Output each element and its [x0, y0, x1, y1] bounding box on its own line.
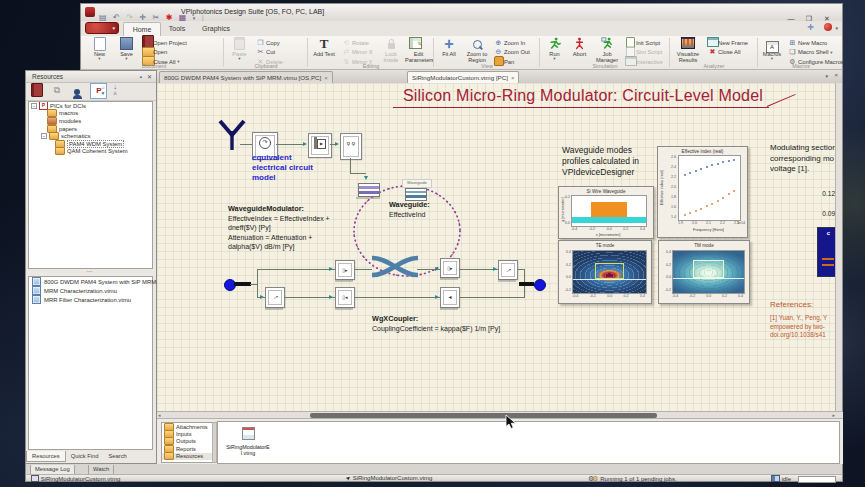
splitter-handle[interactable]: ┄┄: [28, 269, 151, 274]
zoom-in-button[interactable]: ⊕Zoom In: [493, 38, 530, 48]
group-label: Analyzer: [671, 63, 757, 69]
edit-parameters-icon: ✎: [405, 37, 432, 51]
library-book-icon[interactable]: [29, 83, 44, 97]
tree-item-modules[interactable]: modules: [29, 117, 152, 125]
effective-index-plot[interactable]: Effective index (real) 2.62.42.22.01.81.…: [657, 146, 748, 238]
collapse-icon[interactable]: −: [31, 103, 37, 109]
tick-label: 0.2: [623, 227, 628, 231]
tick-label: 1.8: [666, 195, 676, 199]
driver-icon: ▶: [311, 136, 329, 155]
ribbon-group-document: New▾ Save▾ Open Project Open Close All ▾…: [85, 36, 223, 69]
tab-close-icon[interactable]: ×: [324, 75, 328, 81]
visualize-results-icon: [673, 37, 703, 51]
schematic-file-list: 800G DWDM PAM4 System with SiP MRM.vtmu …: [28, 276, 153, 450]
si-wire-plot[interactable]: Si Wire Waveguide 0.20.0 -0.4-0.20.00.20…: [558, 186, 654, 239]
vtmg-file-icon: [242, 427, 255, 440]
group-separator: [757, 38, 758, 67]
user-icon[interactable]: [70, 83, 85, 97]
cut-button[interactable]: ✂Cut: [255, 48, 283, 58]
collapse-icon[interactable]: −: [41, 133, 47, 139]
plot-title: Effective index (real): [658, 149, 747, 154]
tab-list-dropdown-icon[interactable]: ▾: [825, 73, 828, 79]
scroll-left-icon[interactable]: ◂: [158, 412, 161, 418]
new-macro-button[interactable]: ⊞New Macro: [787, 38, 844, 48]
label-smudge: [265, 307, 283, 310]
job-status: ⚙⚙ Running 1 of 1 pending jobs.: [588, 475, 677, 482]
scrollbar-thumb[interactable]: [310, 413, 657, 418]
pin-icon[interactable]: ▪: [140, 71, 142, 83]
coupler-out-block[interactable]: ▯▸: [440, 258, 460, 278]
pointer-icon: ➤: [344, 474, 352, 483]
label-smudge: [335, 307, 353, 310]
tab-resources[interactable]: Resources: [26, 451, 66, 462]
group-separator: [307, 38, 308, 67]
tm-mode-plot[interactable]: TM mode 0.40.20.0-0.2 -0.4-0.20.00.20.4: [658, 240, 750, 304]
coupler-in-block[interactable]: ▯▸: [335, 260, 355, 280]
file-menu-button[interactable]: ▾: [85, 22, 119, 34]
folder-item-resources[interactable]: Resources: [162, 453, 212, 460]
waveguide-modulator-block[interactable]: [358, 183, 380, 197]
attenuator-block[interactable]: →: [265, 287, 285, 308]
schematic-canvas[interactable]: Silicon Micro-Ring Modulator: Circuit-Le…: [157, 83, 837, 411]
plot-title: TM mode: [659, 243, 749, 248]
x-coupler[interactable]: [372, 253, 418, 280]
file-item[interactable]: MRR Filter Characterization.vtmu: [29, 295, 152, 304]
desktop-background: { "titlebar": { "app_title": "VPIphotoni…: [0, 0, 865, 487]
tab-search[interactable]: Search: [103, 451, 131, 462]
block-icon: ▯▸: [443, 261, 457, 275]
resource-item[interactable]: SiRingModulatorEl.vtmg: [226, 426, 270, 456]
attenuator-icon: →: [268, 290, 282, 305]
record-dropdown-icon[interactable]: ▾: [835, 25, 838, 31]
macro-shell-button[interactable]: ❏Macro Shell ▾: [787, 48, 844, 58]
horizontal-scrollbar[interactable]: ◂ ▸: [157, 411, 843, 419]
scroll-right-icon[interactable]: ▸: [832, 412, 835, 418]
tab-graphics[interactable]: Graphics: [195, 22, 237, 36]
rotate-button[interactable]: ⟲Rotate: [341, 38, 373, 48]
file-item[interactable]: 800G DWDM PAM4 System with SiP MRM.vtmu: [29, 277, 152, 286]
folder-icon: [55, 147, 65, 155]
tab-tools[interactable]: Tools: [161, 22, 193, 36]
antenna-icon[interactable]: [217, 119, 247, 152]
probe-block[interactable]: ϙ ϙ: [340, 133, 362, 160]
tabbar-close-icon[interactable]: ×: [834, 72, 838, 78]
tick-label: 2.2: [666, 175, 676, 179]
lock-filter-icons[interactable]: ⌂▼: [98, 84, 108, 96]
copy-button[interactable]: ❐Copy: [255, 38, 283, 48]
tab-quick-find[interactable]: Quick Find: [66, 451, 104, 462]
lower-coupler-block[interactable]: ▯◂: [335, 287, 355, 308]
block-icon: ▯▸: [338, 263, 352, 277]
lower-out-block[interactable]: ◂: [440, 287, 460, 308]
clipped-figure-colorbox: c: [817, 227, 837, 277]
doc-tab-800g[interactable]: 800G DWDM PAM4 System with SiP MRM.vtmu …: [159, 71, 333, 83]
window-titlebar: ▤ ↶ ↷ ✛ ✂ ✱ ▦ ▾ | VPIphotonics Design Su…: [80, 3, 843, 21]
wire-arrow: [329, 295, 333, 299]
tree-item-qam-coherent[interactable]: QAM Coherent System: [29, 148, 152, 156]
record-icon[interactable]: [824, 23, 832, 31]
mirror-x-button[interactable]: ⇄Mirror X: [341, 48, 373, 58]
tree-item-pam4-wdm[interactable]: PAM4 WDM System: [29, 140, 152, 148]
wire: [257, 269, 335, 270]
taskbar-item[interactable]: ➤ SiRingModulatorCustom.vtmg: [346, 475, 432, 482]
output-attenuator-block[interactable]: →: [498, 260, 518, 280]
vertical-scrollbar[interactable]: [835, 83, 842, 411]
label-smudge: [356, 197, 380, 200]
layout-icon[interactable]: ✛: [807, 23, 814, 32]
analyzer-close-all-button[interactable]: ✖Close All: [707, 48, 748, 58]
group-label: Simulation: [541, 63, 669, 69]
doc-tab-siring[interactable]: SiRingModulatorCustom.vtmg [PC]×: [407, 71, 519, 83]
te-mode-plot[interactable]: TE mode 0.40.20.0-0.2 -0.4-0.20.00.20.4: [558, 240, 652, 304]
new-frame-button[interactable]: New Frame: [707, 38, 748, 48]
sort-user-icons[interactable]: ⇣♙: [110, 84, 120, 96]
progress-bar: [798, 476, 836, 483]
tab-close-icon[interactable]: ×: [511, 75, 515, 81]
plot-area: [678, 155, 741, 221]
tree-item-papers[interactable]: papers: [29, 125, 152, 133]
file-item[interactable]: MRM Characterization.vtmu: [29, 286, 152, 295]
taskbar-item[interactable]: SiRingModulatorCustom.vtmg: [31, 475, 120, 482]
hierarchy-icon[interactable]: ⧉: [49, 83, 64, 97]
wire: [350, 173, 366, 174]
ribbon-group-clipboard: Paste▾ ❐Copy ✂Cut ✕Delete Clipboard: [225, 36, 307, 69]
output-port[interactable]: [534, 279, 546, 291]
resource-items-area: SiRingModulatorEl.vtmg: [217, 421, 840, 464]
panel-close-icon[interactable]: ✕: [147, 71, 152, 83]
